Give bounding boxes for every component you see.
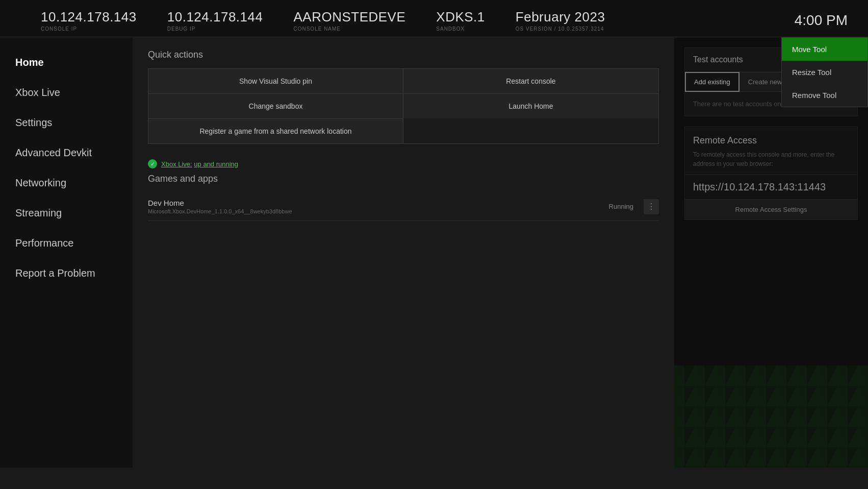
console-ip-item: 10.124.178.143 CONSOLE IP [41, 9, 137, 32]
games-apps-section: Games and apps Dev Home Microsoft.Xbox.D… [148, 174, 659, 221]
sandbox-label: SANDBOX [436, 26, 485, 32]
debug-ip-label: DEBUG IP [167, 26, 263, 32]
quick-actions-grid: Show Visual Studio pin Change sandbox Re… [148, 68, 659, 144]
quick-actions-section: Quick actions Show Visual Studio pin Cha… [148, 50, 659, 168]
remote-access-title: Remote Access [685, 127, 857, 150]
debug-ip-value: 10.124.178.144 [167, 9, 263, 25]
header: 10.124.178.143 CONSOLE IP 10.124.178.144… [0, 0, 868, 37]
resize-tool-button[interactable]: Resize Tool [782, 61, 867, 84]
sidebar-item-performance[interactable]: Performance [0, 228, 133, 258]
main-layout: Home Xbox Live Settings Advanced Devkit … [0, 37, 868, 468]
console-name-item: AARONSTEDEVE CONSOLE NAME [293, 9, 405, 32]
games-apps-title: Games and apps [148, 174, 659, 184]
sidebar-item-streaming[interactable]: Streaming [0, 198, 133, 228]
geo-pattern [674, 365, 868, 468]
restart-console-button[interactable]: Restart console [403, 69, 658, 94]
header-time: 4:00 PM [795, 12, 848, 29]
move-tool-button[interactable]: Move Tool [782, 38, 867, 61]
register-game-button[interactable]: Register a game from a shared network lo… [148, 119, 403, 143]
quick-actions-title: Quick actions [148, 50, 659, 60]
sandbox-item: XDKS.1 SANDBOX [436, 9, 485, 32]
console-ip-label: CONSOLE IP [41, 26, 137, 32]
game-package: Microsoft.Xbox.DevHome_1.1.0.0_x64__8wek… [148, 208, 609, 214]
game-status: Running [609, 203, 633, 210]
action-left-column: Show Visual Studio pin Change sandbox Re… [148, 68, 403, 144]
game-info: Dev Home Microsoft.Xbox.DevHome_1.1.0.0_… [148, 199, 609, 214]
os-version-item: February 2023 OS VERSION / 10.0.25357.32… [516, 9, 605, 32]
add-existing-button[interactable]: Add existing [685, 72, 739, 92]
main-content: Quick actions Show Visual Studio pin Cha… [133, 37, 674, 468]
table-row: Dev Home Microsoft.Xbox.DevHome_1.1.0.0_… [148, 192, 659, 221]
game-actions-button[interactable]: ⋮ [644, 199, 659, 214]
os-version-value: February 2023 [516, 9, 605, 25]
sidebar-item-advanced-devkit[interactable]: Advanced Devkit [0, 138, 133, 168]
debug-ip-item: 10.124.178.144 DEBUG IP [167, 9, 263, 32]
status-text: Xbox Live: up and running [161, 160, 238, 168]
remote-access-url[interactable]: https://10.124.178.143:11443 [685, 175, 857, 199]
remote-access-settings-button[interactable]: Remote Access Settings [685, 199, 857, 219]
sidebar-item-settings[interactable]: Settings [0, 108, 133, 138]
console-name-label: CONSOLE NAME [293, 26, 405, 32]
console-ip-value: 10.124.178.143 [41, 9, 137, 25]
remote-access-section: Remote Access To remotely access this co… [684, 127, 858, 220]
change-sandbox-button[interactable]: Change sandbox [148, 94, 403, 119]
show-visual-studio-pin-button[interactable]: Show Visual Studio pin [148, 69, 403, 94]
remove-tool-button[interactable]: Remove Tool [782, 84, 867, 107]
sandbox-value: XDKS.1 [436, 9, 485, 25]
xbox-live-status: Xbox Live: up and running [148, 159, 659, 168]
sidebar-item-report-problem[interactable]: Report a Problem [0, 258, 133, 288]
status-link[interactable]: up and running [194, 160, 238, 168]
console-name-value: AARONSTEDEVE [293, 9, 405, 25]
action-right-column: Restart console Launch Home [403, 68, 659, 144]
remote-access-description: To remotely access this console and more… [685, 150, 857, 175]
status-check-icon [148, 159, 157, 168]
launch-home-button[interactable]: Launch Home [403, 94, 658, 118]
sidebar-item-xbox-live[interactable]: Xbox Live [0, 78, 133, 108]
sidebar: Home Xbox Live Settings Advanced Devkit … [0, 37, 133, 468]
svg-rect-3 [674, 365, 868, 468]
tool-menu: Move Tool Resize Tool Remove Tool [781, 37, 868, 107]
sidebar-item-home[interactable]: Home [0, 47, 133, 78]
sidebar-item-networking[interactable]: Networking [0, 168, 133, 198]
game-name: Dev Home [148, 199, 609, 207]
os-version-label: OS VERSION / 10.0.25357.3214 [516, 26, 605, 32]
right-panel: Test accounts 🔍 Add existing Create new … [674, 37, 868, 468]
